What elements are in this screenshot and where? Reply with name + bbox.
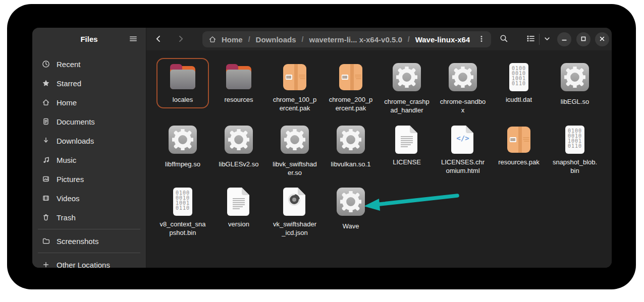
file-item-version[interactable]: version — [212, 183, 265, 233]
minimize-icon — [560, 35, 568, 44]
sidebar-item-label: Recent — [57, 60, 81, 69]
chevron-left-icon — [154, 35, 163, 44]
maximize-button[interactable] — [576, 32, 591, 46]
sidebar-item-home[interactable]: Home — [37, 93, 141, 112]
sidebar-item-screenshots[interactable]: Screenshots — [37, 231, 141, 251]
file-item-vk-swiftshader-icd-json[interactable]: vk_swiftshader_icd.json — [269, 183, 321, 241]
file-label: resources — [216, 96, 262, 104]
file-item-chrome-sandbox[interactable]: chrome-sandbox — [437, 58, 489, 118]
file-label: locales — [159, 96, 206, 104]
sidebar-item-recent[interactable]: Recent — [37, 54, 141, 74]
sidebar-item-other-locations[interactable]: Other Locations — [37, 255, 141, 268]
file-item-license[interactable]: LICENSE — [381, 120, 433, 171]
minimize-button[interactable] — [557, 32, 571, 46]
file-label: chrome-sandbox — [440, 98, 486, 114]
videos-icon — [42, 194, 50, 202]
path-menu-button[interactable] — [475, 33, 488, 46]
file-label: resources.pak — [496, 158, 542, 167]
main-pane: Home/Downloads/waveterm-li... x-x64-v0.5… — [146, 28, 612, 268]
svg-text:0110: 0110 — [512, 81, 526, 86]
sidebar-item-starred[interactable]: Starred — [37, 74, 141, 93]
sidebar-item-label: Videos — [57, 194, 80, 203]
sidebar-item-trash[interactable]: Trash — [37, 208, 141, 227]
file-item-icudtl-dat[interactable]: 0100001010010110 icudtl.dat — [493, 58, 545, 108]
sidebar-item-videos[interactable]: Videos — [37, 189, 141, 208]
file-label: libvk_swiftshader.so — [272, 160, 318, 177]
file-item-locales[interactable]: locales — [156, 58, 209, 108]
file-item-chrome-crashpad-handler[interactable]: chrome_crashpad_handler — [381, 58, 433, 118]
hamburger-menu-button[interactable] — [126, 32, 141, 47]
folder-outline-icon — [42, 237, 50, 245]
file-grid: locales resources chrome_100_percent.pak… — [146, 50, 612, 268]
file-label: LICENSE — [384, 158, 430, 167]
app-title: Files — [80, 35, 97, 43]
gear-file-icon — [335, 126, 367, 158]
gear-file-icon — [335, 188, 367, 220]
breadcrumb-items: Home/Downloads/waveterm-li... x-x64-v0.5… — [222, 35, 470, 44]
file-label: libEGL.so — [552, 98, 598, 106]
trash-icon — [42, 213, 50, 221]
breadcrumb-wave-linux-x64[interactable]: Wave-linux-x64 — [415, 35, 470, 44]
file-label: version — [216, 220, 262, 229]
view-options-dropdown-button[interactable] — [540, 32, 555, 47]
search-icon — [500, 34, 508, 44]
package-file-icon — [503, 124, 535, 156]
starred-icon — [42, 79, 50, 87]
file-item-resources[interactable]: resources — [212, 58, 265, 108]
gear-file-icon — [167, 126, 199, 158]
breadcrumb-home[interactable]: Home — [222, 35, 243, 44]
hamburger-icon — [129, 35, 137, 44]
sidebar-item-label: Downloads — [57, 137, 94, 145]
close-button[interactable] — [595, 32, 609, 46]
sidebar: Files Recent Starred Home Documents Down… — [32, 28, 146, 268]
binary-file-icon: 0100001010010110 — [503, 61, 535, 93]
music-icon — [42, 156, 50, 164]
sidebar-item-documents[interactable]: Documents — [37, 112, 141, 131]
sidebar-item-label: Home — [57, 98, 77, 107]
sidebar-item-label: Other Locations — [57, 261, 110, 268]
file-item-v8-context-snapshot-bin[interactable]: 0100001010010110 v8_context_snapshot.bin — [156, 183, 209, 241]
text-file-icon — [223, 186, 255, 218]
svg-text:0110: 0110 — [568, 143, 582, 149]
sidebar-item-music[interactable]: Music — [37, 150, 141, 169]
search-button[interactable] — [496, 32, 511, 47]
svg-text:</>: </> — [456, 134, 469, 142]
file-label: libffmpeg.so — [159, 160, 206, 169]
file-item-chrome-200-percent-pak[interactable]: chrome_200_percent.pak — [325, 58, 377, 116]
file-label: snapshot_blob.bin — [552, 158, 598, 175]
file-item-libvk-swiftshader-so[interactable]: libvk_swiftshader.so — [269, 120, 321, 181]
file-item-libegl-so[interactable]: libEGL.so — [549, 58, 601, 110]
breadcrumb: Home/Downloads/waveterm-li... x-x64-v0.5… — [202, 31, 491, 47]
breadcrumb-downloads[interactable]: Downloads — [256, 35, 296, 44]
file-item-libvulkan-so-1[interactable]: libvulkan.so.1 — [325, 120, 377, 173]
sidebar-list: Recent Starred Home Documents Downloads … — [32, 50, 146, 268]
file-item-libglesv2-so[interactable]: libGLESv2.so — [212, 120, 265, 173]
file-label: libGLESv2.so — [216, 160, 262, 169]
file-item-chrome-100-percent-pak[interactable]: chrome_100_percent.pak — [269, 58, 321, 116]
sidebar-item-label: Trash — [57, 213, 76, 222]
sidebar-item-pictures[interactable]: Pictures — [37, 169, 141, 189]
file-item-wave[interactable]: Wave — [325, 183, 377, 235]
breadcrumb-separator: / — [408, 35, 410, 43]
plus-icon — [42, 261, 50, 268]
maximize-icon — [579, 35, 587, 44]
file-item-libffmpeg-so[interactable]: libffmpeg.so — [156, 120, 209, 173]
sidebar-item-downloads[interactable]: Downloads — [37, 131, 141, 150]
kebab-icon — [477, 35, 486, 44]
sidebar-item-label: Starred — [57, 79, 81, 88]
file-label: icudtl.dat — [496, 96, 542, 104]
file-label: Wave — [328, 222, 374, 231]
file-item-resources-pak[interactable]: resources.pak — [493, 120, 545, 171]
file-label: vk_swiftshader_icd.json — [272, 220, 318, 237]
list-view-button[interactable] — [522, 32, 539, 47]
file-item-snapshot-blob-bin[interactable]: 0100001010010110 snapshot_blob.bin — [549, 120, 601, 179]
file-item-licenses-chromium-html[interactable]: </> LICENSES.chromium.html — [437, 120, 489, 179]
breadcrumb-waveterm-li-x-x64-v0-5-0[interactable]: waveterm-li... x-x64-v0.5.0 — [309, 35, 402, 44]
file-label: LICENSES.chromium.html — [440, 158, 486, 175]
back-button[interactable] — [151, 32, 166, 47]
gear-file-icon — [279, 126, 311, 158]
html-file-icon: </> — [447, 124, 479, 156]
forward-button[interactable] — [173, 32, 188, 47]
binary-file-icon: 0100001010010110 — [167, 186, 199, 218]
home-icon — [42, 98, 50, 106]
